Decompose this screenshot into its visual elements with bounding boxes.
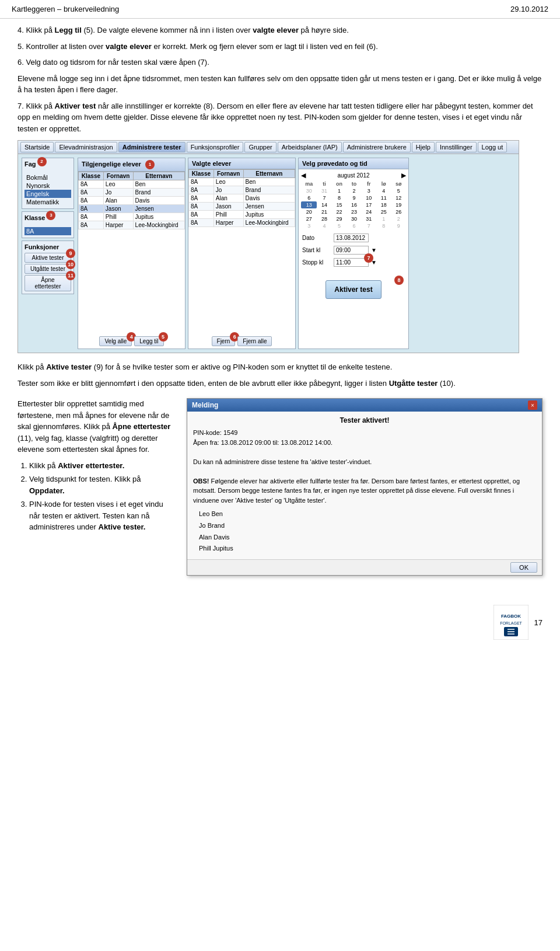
page-header: Kartleggeren – brukerveiledning 29.10.20…: [0, 0, 560, 19]
subject-matematikk[interactable]: Matematikk: [24, 198, 71, 206]
calendar-grid: ma ti on to fr lø sø: [301, 180, 406, 229]
dato-label: Dato: [302, 235, 331, 241]
table-row: 8ALeoBen: [189, 178, 295, 186]
fjern-btn[interactable]: Fjern 6: [212, 336, 236, 346]
selected-table: Klasse Fornavn Etternavn 8ALeoBen: [188, 169, 295, 227]
dialog-body: PIN-kode: 1549 Åpen fra: 13.08.2012 09:0…: [193, 428, 536, 505]
klasse-8a[interactable]: 8A: [24, 227, 71, 235]
klasse-label: Klasse: [24, 214, 45, 221]
dialog-titlebar: Melding ×: [187, 399, 542, 412]
table-row: 8ALeoBen: [79, 180, 185, 189]
para-6: 6. Velg dato og tidsrom for når testen s…: [18, 57, 542, 68]
para-5: 5. Kontroller at listen over valgte elev…: [18, 41, 542, 53]
calendar-area: ◀ august 2012 ▶ ma ti on to: [299, 169, 408, 232]
screenshot: Startside Elevadministrasjon Administrer…: [18, 140, 519, 353]
start-input[interactable]: [334, 246, 369, 255]
col-klasse-sel: Klasse: [189, 170, 214, 178]
selected-content: Klasse Fornavn Etternavn 8ALeoBen: [188, 169, 295, 334]
selected-header: Valgte elever: [188, 158, 295, 169]
main-content: 4. Klikk på Legg til (5). De valgte elev…: [0, 19, 560, 593]
toolbar-grupper[interactable]: Grupper: [244, 142, 276, 152]
aktive-tester-btn[interactable]: Aktive tester 9: [24, 253, 71, 263]
available-footer: Velg alle 4 Legg til 5: [78, 334, 185, 349]
ettertester-badge: 11: [66, 271, 75, 280]
col-klasse-avail: Klasse: [79, 172, 104, 180]
start-field: Start kl ▼: [302, 246, 405, 255]
dialog-content: Tester aktivert! PIN-kode: 1549 Åpen fra…: [187, 412, 542, 559]
document-date: 29.10.2012: [510, 5, 548, 13]
left-sidebar: Fag 2 Bokmål Nynorsk Engelsk Matematikk …: [22, 158, 74, 349]
toolbar-arbeidsplaner[interactable]: Arbeidsplaner (IAP): [278, 142, 342, 152]
table-row: 8APhillJupitus: [189, 211, 295, 219]
list-item: Leo Ben: [199, 508, 536, 520]
legg-til-btn[interactable]: Legg til 5: [134, 336, 163, 346]
table-row: 8AJoBrand: [79, 189, 185, 197]
fag-badge: 2: [37, 157, 47, 166]
col-fornavn-avail: Fornavn: [103, 172, 133, 180]
ettertester-steps: Klikk på Aktiver ettertester. Velg tidsp…: [29, 460, 175, 533]
fjern-alle-btn[interactable]: Fjern alle: [237, 336, 272, 346]
col-etternavn-sel: Etternavn: [243, 170, 295, 178]
velg-alle-btn[interactable]: Velg alle 4: [99, 336, 132, 346]
funksjoner-label: Funksjoner: [24, 243, 71, 250]
toolbar-admin-brukere[interactable]: Administrere brukere: [343, 142, 411, 152]
svg-text:FAGBOK: FAGBOK: [501, 614, 520, 619]
table-row: 8AJasonJensen: [189, 203, 295, 211]
dialog-heading: Tester aktivert!: [193, 416, 536, 424]
para-elevene: Elevene må logge seg inn i det åpne tids…: [18, 73, 542, 96]
dialog-student-list: Leo Ben Jo Brand Alan Davis Phill Jupitu…: [193, 508, 536, 555]
dialog-close-btn[interactable]: ×: [528, 400, 537, 410]
toolbar-funksjonsprofiler[interactable]: Funksjonsprofiler: [187, 142, 244, 152]
month-label: august 2012: [337, 172, 369, 179]
utgatte-badge: 10: [66, 260, 75, 269]
start-dropdown-icon: ▼: [371, 247, 377, 253]
list-item: Jo Brand: [199, 520, 536, 532]
stopp-field: Stopp kl 7 ▼: [302, 258, 405, 267]
col-etternavn-avail: Etternavn: [133, 172, 184, 180]
table-row: 8AAlanDavis: [79, 197, 185, 205]
dato-field: Dato: [302, 234, 405, 242]
document-title: Kartleggeren – brukerveiledning: [12, 5, 119, 13]
toolbar-startside[interactable]: Startside: [20, 142, 54, 152]
ok-btn[interactable]: OK: [510, 562, 537, 573]
para-7: 7. Klikk på Aktiver test når alle innsti…: [18, 100, 542, 135]
dialog-footer: OK: [187, 559, 542, 575]
table-row: 8AAlanDavis: [189, 194, 295, 203]
toolbar-elevadmin[interactable]: Elevadministrasjon: [55, 142, 117, 152]
step-2: Velg tidspunkt for testen. Klikk på Oppd…: [29, 473, 175, 496]
cal-week: 27 28 29 30 31 1 2: [301, 215, 406, 222]
page-footer: FAGBOK FORLAGET 17: [0, 593, 560, 646]
toolbar-innstillinger[interactable]: Innstillinger: [436, 142, 477, 152]
datetime-header: Velg prøvedato og tid: [299, 158, 408, 169]
subject-engelsk[interactable]: Engelsk: [24, 190, 71, 198]
dialog-title: Melding: [192, 401, 218, 409]
next-month-btn[interactable]: ▶: [401, 172, 406, 179]
selected-students-panel: Valgte elever Klasse Fornavn Etternavn: [188, 158, 296, 349]
utgatte-tester-btn[interactable]: Utgåtte tester 10: [24, 264, 71, 274]
available-header: Tilgjengelige elever 1: [78, 158, 185, 172]
fag-label: Fag: [24, 161, 36, 168]
table-row: 8AJasonJensen: [79, 205, 185, 213]
table-row: 8APhillJupitus: [79, 213, 185, 221]
list-item: Phill Jupitus: [199, 543, 536, 555]
obs-label: OBS!: [193, 478, 209, 485]
datetime-panel: Velg prøvedato og tid ◀ august 2012 ▶ ma: [298, 158, 409, 349]
toolbar-hjelp[interactable]: Hjelp: [412, 142, 435, 152]
active-tests-para: Klikk på Aktive tester (9) for å se hvil…: [18, 361, 542, 373]
subject-nynorsk[interactable]: Nynorsk: [24, 182, 71, 190]
stopp-input[interactable]: [334, 258, 369, 267]
apne-ettertester-btn[interactable]: Åpne ettertester 11: [24, 275, 71, 291]
toolbar-admin-tester[interactable]: Administrere tester: [118, 142, 186, 152]
subject-bokmal[interactable]: Bokmål: [24, 173, 71, 182]
utgatte-para: Tester som ikke er blitt gjennomført i d…: [18, 378, 542, 389]
prev-month-btn[interactable]: ◀: [301, 172, 306, 179]
num-badge-1: 1: [145, 160, 155, 169]
toolbar-logg-ut[interactable]: Logg ut: [478, 142, 508, 152]
aktiver-test-btn[interactable]: Aktiver test: [326, 280, 381, 299]
list-item: Alan Davis: [199, 532, 536, 544]
ettertester-text-col: Ettertester blir opprettet samtidig med …: [18, 398, 175, 539]
dato-input[interactable]: [334, 234, 369, 242]
svg-text:FORLAGET: FORLAGET: [500, 621, 522, 625]
step-3: PIN-kode for testen vises i et eget vind…: [29, 499, 175, 533]
badge-5: 5: [159, 332, 168, 342]
